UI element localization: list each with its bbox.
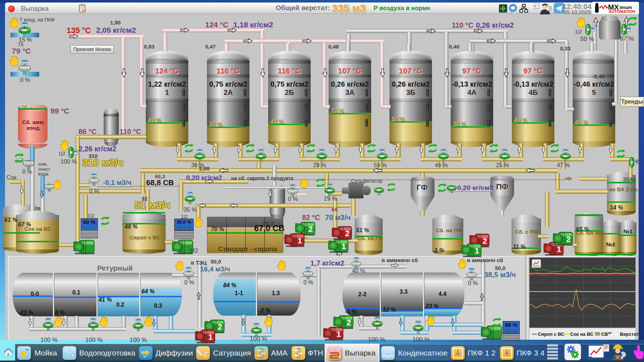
svg-text:v: v	[535, 4, 536, 8]
svg-text:2: 2	[483, 237, 487, 246]
svg-text:1: 1	[557, 245, 561, 254]
svg-text:2: 2	[345, 229, 350, 238]
svg-text:AUTOMATION: AUTOMATION	[609, 9, 635, 14]
svg-text:2: 2	[566, 235, 571, 244]
svg-text:1: 1	[298, 236, 302, 245]
svg-text:2: 2	[347, 318, 351, 327]
svg-text:sok: sok	[614, 357, 622, 361]
svg-text:1: 1	[475, 246, 479, 255]
svg-text:2: 2	[309, 225, 313, 234]
svg-text:1: 1	[337, 330, 341, 339]
svg-text:2: 2	[218, 322, 222, 331]
svg-text:1: 1	[208, 333, 213, 342]
svg-text:1: 1	[342, 242, 346, 251]
